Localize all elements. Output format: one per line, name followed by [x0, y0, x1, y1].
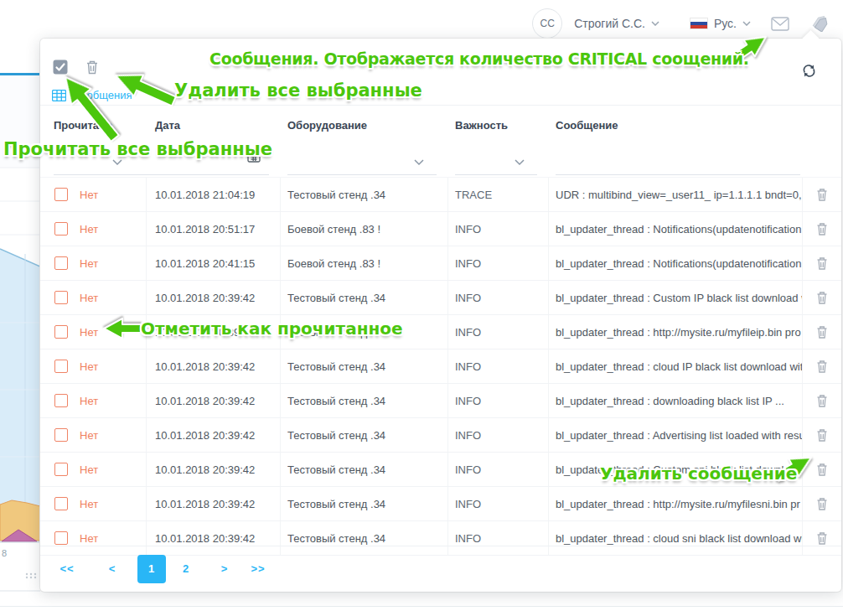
date-cell: 10.01.2018 20:39:42 [147, 281, 281, 314]
message-cell: bl_updater_thread : cloud IP black list … [549, 349, 803, 383]
delete-message-icon[interactable] [816, 497, 828, 510]
date-cell: 10.01.2018 20:39:42 [147, 349, 281, 383]
pagination-prev[interactable]: < [99, 556, 126, 582]
read-status: Нет [80, 498, 98, 510]
pagination-last[interactable]: >> [245, 556, 272, 582]
delete-message-icon[interactable] [816, 188, 828, 201]
delete-message-icon[interactable] [816, 222, 828, 236]
row-checkbox[interactable] [54, 497, 68, 510]
table-row: Нет 10.01.2018 20:39:42 Тестовый стенд .… [40, 281, 841, 315]
delete-message-icon[interactable] [816, 428, 828, 442]
read-status: Нет [80, 292, 98, 304]
message-filter-underline[interactable] [556, 174, 800, 175]
russian-flag-icon [690, 18, 708, 29]
read-status: Нет [80, 257, 98, 270]
row-checkbox[interactable] [54, 256, 68, 270]
read-status: Нет [80, 532, 98, 545]
severity-cell: INFO [448, 384, 549, 417]
date-cell: 10.01.2018 21:04:19 [147, 178, 281, 211]
column-header-message: Сообщение [556, 119, 618, 132]
message-cell: UDR : multibind_view=_user11_ ip=1.1.1.1… [549, 178, 803, 211]
equipment-cell: Тестовый стенд .34 [281, 178, 448, 211]
severity-filter-select[interactable] [515, 159, 525, 166]
severity-cell: INFO [448, 246, 549, 280]
row-checkbox[interactable] [54, 222, 68, 236]
arrow-to-checkbox-icon [50, 65, 134, 149]
table-row: Нет 10.01.2018 20:39:42 Тестовый стенд .… [40, 349, 841, 384]
row-checkbox[interactable] [54, 291, 68, 304]
equipment-cell: Боевой стенд .83 ! [281, 246, 448, 280]
row-checkbox[interactable] [54, 325, 68, 339]
table-row: Нет 10.01.2018 20:51:17 Боевой стенд .83… [40, 212, 841, 246]
row-checkbox[interactable] [54, 463, 68, 476]
pagination-first[interactable]: << [54, 556, 80, 582]
table-row: Нет 10.01.2018 20:39:42 Тестовый стенд .… [40, 487, 841, 521]
severity-cell: INFO [448, 349, 549, 383]
severity-cell: INFO [448, 418, 549, 452]
table-row: Нет 10.01.2018 20:39:42 Тестовый стенд .… [40, 384, 841, 418]
message-cell: bl_updater_thread : downloading black li… [549, 384, 803, 417]
delete-message-icon[interactable] [816, 394, 828, 407]
severity-cell: INFO [448, 453, 549, 486]
messages-panel: Сообщения Прочитано Дата Оборудование Ва… [40, 39, 841, 592]
delete-message-icon[interactable] [816, 360, 828, 373]
row-checkbox[interactable] [54, 188, 68, 201]
read-status: Нет [80, 463, 98, 476]
read-status: Нет [80, 189, 98, 201]
annotation-delete-message: Удалить сообщение [600, 463, 797, 484]
annotation-delete-all: Удалить все выбранные [174, 80, 422, 101]
date-cell: 10.01.2018 20:51:17 [147, 212, 281, 246]
read-filter-select[interactable] [112, 159, 122, 166]
axis-tick-label: 8 [2, 548, 7, 558]
row-checkbox[interactable] [54, 394, 68, 407]
background-divider [0, 606, 843, 607]
pagination-page-1[interactable]: 1 [137, 555, 166, 583]
severity-cell: INFO [448, 315, 549, 349]
tags-icon[interactable] [809, 15, 830, 32]
equipment-filter-select[interactable] [414, 159, 424, 166]
messages-table: Нет 10.01.2018 21:04:19 Тестовый стенд .… [40, 177, 841, 556]
message-cell: bl_updater_thread : http://mysite.ru/myf… [549, 487, 803, 520]
column-header-equipment: Оборудование [287, 119, 367, 132]
message-cell: bl_updater_thread : http://mysite.ru/myf… [549, 315, 803, 349]
pagination: << < 1 2 > >> [40, 546, 841, 591]
severity-cell: INFO [448, 212, 549, 246]
equipment-cell: Тестовый стенд .34 [281, 349, 448, 383]
equipment-cell: Тестовый стенд .34 [281, 487, 448, 520]
date-filter-underline[interactable] [155, 174, 269, 175]
annotation-mark-read: Отметить как прочитанное [141, 318, 403, 339]
delete-message-icon[interactable] [816, 291, 828, 304]
read-status: Нет [80, 429, 98, 442]
user-menu[interactable]: Строгий С.С. [574, 17, 659, 30]
column-header-date: Дата [155, 119, 180, 132]
message-cell: bl_updater_thread : Notifications(update… [549, 212, 803, 246]
row-checkbox[interactable] [54, 428, 68, 442]
user-name: Строгий С.С. [574, 17, 645, 30]
read-filter-underline [54, 174, 161, 175]
annotation-read-all: Прочитать все выбранные [3, 139, 272, 159]
chevron-down-icon [651, 21, 659, 26]
row-checkbox[interactable] [54, 360, 68, 373]
table-row: Нет 10.01.2018 20:39:42 Тестовый стенд .… [40, 418, 841, 453]
annotation-messages-counter: Сообщения. Отображается количество CRITI… [209, 49, 749, 68]
date-cell: 10.01.2018 20:39:42 [147, 384, 281, 417]
read-status: Нет [80, 395, 98, 407]
delete-message-icon[interactable] [816, 256, 828, 270]
refresh-button[interactable] [802, 64, 816, 81]
table-row: Нет 10.01.2018 20:41:15 Боевой стенд .83… [40, 246, 841, 281]
severity-cell: INFO [448, 487, 549, 520]
delete-message-icon[interactable] [816, 325, 828, 339]
row-checkbox[interactable] [54, 531, 68, 545]
delete-message-icon[interactable] [816, 531, 828, 545]
severity-cell: TRACE [448, 178, 549, 211]
severity-cell: INFO [448, 281, 549, 314]
date-cell: 10.01.2018 20:39:42 [147, 418, 281, 452]
message-cell: bl_updater_thread : Custom IP black list… [549, 281, 803, 314]
equipment-cell: Тестовый стенд .34 [281, 281, 448, 314]
avatar[interactable]: СС [532, 8, 562, 39]
severity-filter-underline [455, 174, 537, 175]
date-cell: 10.01.2018 20:39:42 [147, 487, 281, 520]
pagination-next[interactable]: > [211, 556, 238, 582]
table-row: Нет 10.01.2018 21:04:19 Тестовый стенд .… [40, 178, 841, 212]
pagination-page-2[interactable]: 2 [173, 556, 199, 582]
